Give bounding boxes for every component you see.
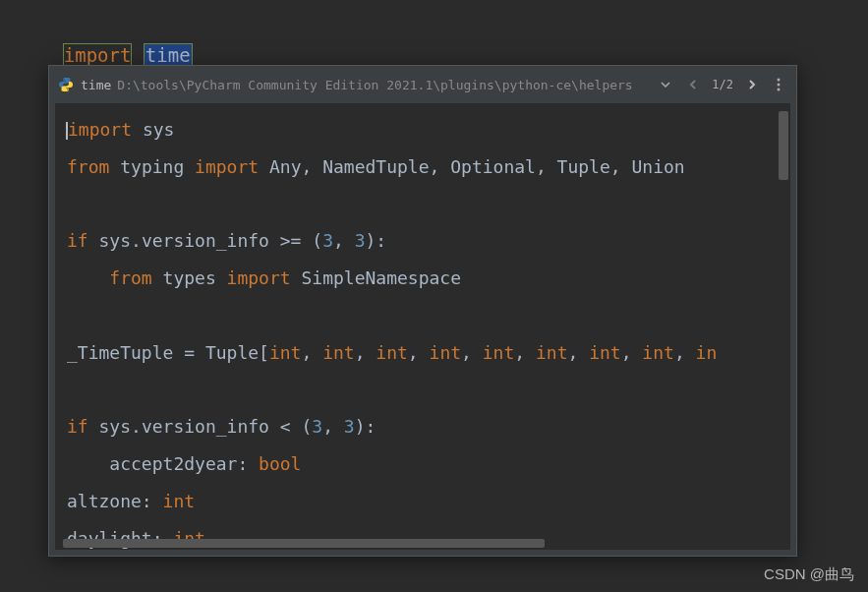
more-menu-icon[interactable] (769, 73, 788, 96)
doc-line (67, 297, 779, 334)
nav-prev-button[interactable] (682, 75, 704, 94)
doc-line: if sys.version_info < (3, 3): (67, 408, 779, 445)
doc-line: import sys (67, 111, 779, 148)
nav-next-button[interactable] (741, 75, 763, 94)
popup-module-path: D:\tools\PyCharm Community Edition 2021.… (117, 78, 649, 92)
popup-header: time D:\tools\PyCharm Community Edition … (49, 66, 796, 103)
documentation-popup: time D:\tools\PyCharm Community Edition … (48, 65, 797, 557)
horizontal-scrollbar[interactable] (63, 539, 545, 548)
svg-point-1 (778, 84, 781, 87)
doc-line: accept2dyear: bool (67, 445, 779, 483)
vertical-scrollbar[interactable] (779, 111, 788, 180)
doc-line (67, 372, 779, 409)
doc-line: from typing import Any, NamedTuple, Opti… (67, 148, 779, 186)
doc-line: from types import SimpleNamespace (67, 260, 779, 297)
svg-point-0 (778, 79, 781, 82)
nav-group: 1/2 (682, 75, 763, 94)
path-dropdown-icon[interactable] (655, 76, 676, 93)
doc-line: _TimeTuple = Tuple[int, int, int, int, i… (67, 334, 779, 372)
doc-line (67, 186, 779, 223)
editor-area[interactable]: import time time.sleep() time D:\tools\P… (0, 0, 868, 592)
doc-line: altzone: int (67, 483, 779, 520)
python-file-icon (57, 76, 75, 93)
nav-count: 1/2 (708, 78, 737, 91)
svg-point-2 (778, 89, 781, 91)
popup-module-name: time (81, 78, 111, 92)
watermark: CSDN @曲鸟 (764, 565, 854, 584)
doc-line: if sys.version_info >= (3, 3): (67, 222, 779, 260)
popup-body[interactable]: import sysfrom typing import Any, NamedT… (55, 103, 790, 550)
